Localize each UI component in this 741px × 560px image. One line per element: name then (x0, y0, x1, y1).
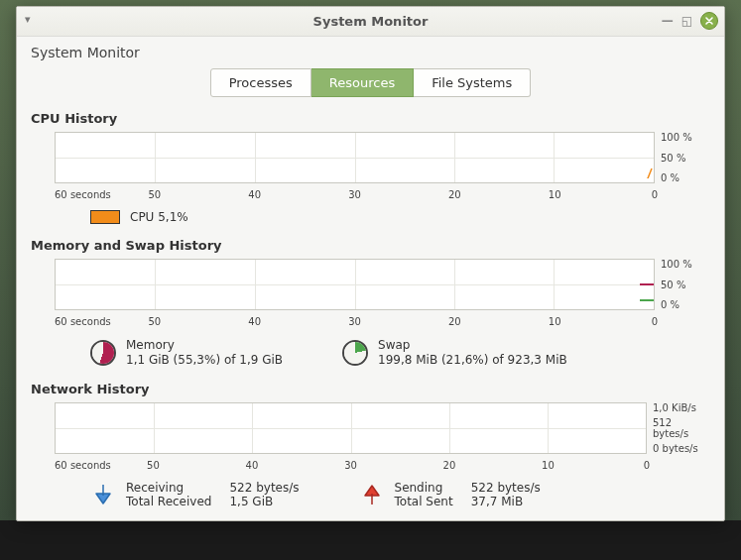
swap-block: Swap 199,8 MiB (21,6%) of 923,3 MiB (342, 338, 567, 368)
cpu-legend-label: CPU 5,1% (130, 210, 188, 224)
memswap-chart-row: 100 %50 %0 % (31, 259, 710, 310)
swap-label: Swap (378, 338, 567, 353)
sending-block: Sending 522 bytes/s Total Sent 37,7 MiB (359, 481, 541, 508)
memory-label: Memory (126, 338, 283, 353)
close-button[interactable] (700, 12, 718, 30)
sending-label: Sending (395, 481, 453, 495)
memswap-y-axis: 100 %50 %0 % (655, 259, 710, 310)
memswap-chart (55, 259, 655, 310)
cpu-history-title: CPU History (31, 111, 710, 126)
receiving-rate: 522 bytes/s (229, 481, 299, 495)
menu-chevron-icon[interactable]: ▾ (25, 13, 31, 26)
cpu-legend: CPU 5,1% (31, 206, 710, 230)
download-arrow-icon (90, 482, 116, 507)
page-title: System Monitor (17, 37, 724, 68)
tab-bar: Processes Resources File Systems (17, 68, 724, 109)
total-sent-label: Total Sent (395, 495, 453, 508)
total-sent-value: 37,7 MiB (471, 495, 541, 508)
total-received-value: 1,5 GiB (229, 495, 299, 508)
network-legend: Receiving 522 bytes/s Total Received 1,5… (31, 477, 710, 510)
close-icon (704, 16, 714, 26)
swap-sparkline (640, 299, 654, 301)
system-monitor-window: ▾ System Monitor — ◱ System Monitor Proc… (16, 6, 725, 521)
tab-processes[interactable]: Processes (210, 68, 311, 97)
cpu-chart (55, 132, 655, 183)
network-chart-row: 1,0 KiB/s512 bytes/s0 bytes/s (31, 402, 710, 454)
upload-arrow-icon (359, 482, 385, 507)
cpu-swatch (90, 210, 120, 224)
network-x-axis: 60 seconds 50 40 30 20 10 0 (55, 460, 647, 471)
memswap-history-title: Memory and Swap History (31, 238, 710, 253)
memory-block: Memory 1,1 GiB (55,3%) of 1,9 GiB (90, 338, 283, 368)
network-chart (55, 402, 647, 454)
titlebar[interactable]: ▾ System Monitor — ◱ (17, 7, 724, 37)
memswap-x-axis: 60 seconds 50 40 30 20 10 0 (55, 316, 655, 327)
receiving-block: Receiving 522 bytes/s Total Received 1,5… (90, 481, 300, 508)
window-title: System Monitor (313, 14, 429, 29)
swap-pie-icon (342, 340, 368, 366)
minimize-button[interactable]: — (662, 14, 674, 28)
memory-pie-icon (90, 340, 116, 366)
cpu-chart-row: 100 %50 %0 % (31, 132, 710, 183)
sending-rate: 522 bytes/s (471, 481, 541, 495)
network-y-axis: 1,0 KiB/s512 bytes/s0 bytes/s (647, 402, 710, 454)
network-history-title: Network History (31, 382, 710, 396)
cpu-sparkline (634, 165, 654, 178)
memswap-legend: Memory 1,1 GiB (55,3%) of 1,9 GiB Swap 1… (31, 334, 710, 374)
memory-detail: 1,1 GiB (55,3%) of 1,9 GiB (126, 353, 283, 368)
tab-resources[interactable]: Resources (311, 68, 414, 97)
taskbar (0, 520, 741, 560)
cpu-y-axis: 100 %50 %0 % (655, 132, 710, 183)
tab-filesystems[interactable]: File Systems (414, 68, 531, 97)
resources-panel: CPU History 100 %50 %0 % 60 seconds 50 4… (17, 109, 724, 520)
total-received-label: Total Received (126, 495, 211, 508)
receiving-label: Receiving (126, 481, 211, 495)
maximize-button[interactable]: ◱ (681, 14, 692, 28)
memory-sparkline (640, 283, 654, 285)
swap-detail: 199,8 MiB (21,6%) of 923,3 MiB (378, 353, 567, 368)
cpu-x-axis: 60 seconds 50 40 30 20 10 0 (55, 189, 655, 200)
